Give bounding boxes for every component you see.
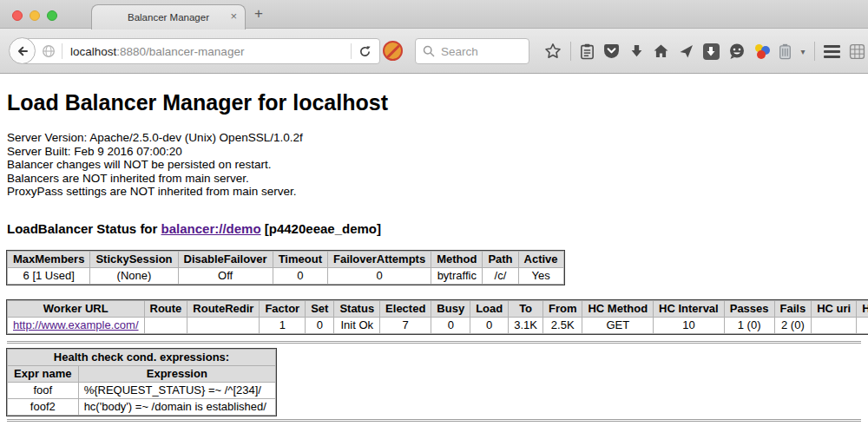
reload-icon [358,45,372,58]
url-bar[interactable]: localhost:8880/balancer-manager [22,38,380,64]
reading-list-icon[interactable] [580,43,595,60]
cell-hc-uri [812,317,857,333]
cell-expression: %{REQUEST_STATUS} =~ /^[234]/ [78,382,275,398]
tab-title: Balancer Manager [128,12,209,23]
col-expr-name: Expr name [8,365,79,382]
heading-suffix: [p4420eeae_demo] [265,221,381,236]
server-version-line: Server Version: Apache/2.5.0-dev (Unix) … [7,131,861,145]
messenger-icon[interactable] [728,43,746,60]
server-built-line: Server Built: Feb 9 2016 07:00:20 [7,145,861,159]
col-path: Path [483,251,518,267]
site-identity-globe-icon[interactable] [42,44,56,58]
col-fails: Fails [774,300,812,317]
new-tab-button[interactable]: + [254,5,263,23]
table-row: http://www.example.com/ 1 0 Init Ok 7 0 … [8,317,868,333]
search-placeholder: Search [441,45,478,58]
battery-extension-icon[interactable] [779,43,792,60]
plugin-blocked-icon[interactable] [383,41,403,61]
bookmark-star-icon[interactable] [544,43,562,60]
col-hc-uri: HC uri [812,300,857,317]
cell-hc-interval: 10 [654,317,725,333]
table-row: foof %{REQUEST_STATUS} =~ /^[234]/ [8,382,276,398]
menu-icon[interactable] [824,45,840,58]
proxypass-note-line: ProxyPass settings are NOT inherited fro… [7,185,861,199]
cell-busy: 0 [431,317,470,333]
cell-worker-url: http://www.example.com/ [8,317,145,333]
cell-stickysession: (None) [90,267,178,284]
window-controls [12,10,57,21]
colored-dots-extension-icon[interactable] [754,43,770,59]
url-bar-divider [351,43,352,59]
url-text[interactable]: localhost:8880/balancer-manager [70,45,344,58]
tab-grid-icon[interactable] [849,43,865,60]
download-arrow-icon[interactable] [629,43,644,59]
zoom-window-button[interactable] [47,10,57,21]
cell-fails: 2 (0) [774,317,812,333]
tab-close-icon[interactable]: × [230,10,237,23]
toolbar-icons: ▾ [544,29,865,74]
toolbar-divider [570,42,571,61]
col-busy: Busy [431,300,470,317]
worker-table: Worker URL Route RouteRedir Factor Set S… [7,300,868,334]
table-row: 6 [1 Used] (None) Off 0 0 bytraffic /c/ … [8,267,564,284]
health-table-caption: Health check cond. expressions: [8,349,276,365]
col-routeredir: RouteRedir [187,300,260,317]
balancer-config-table: MaxMembers StickySession DisableFailover… [7,251,564,285]
cell-to: 3.1K [509,317,543,333]
cell-passes: 1 (0) [724,317,774,333]
tab-balancer-manager[interactable]: Balancer Manager × [91,4,246,29]
col-maxmembers: MaxMembers [8,251,90,267]
back-button[interactable] [9,37,36,64]
send-icon[interactable] [678,43,694,59]
col-failoverattempts: FailoverAttempts [327,251,431,267]
red-dot [757,50,766,59]
col-hc-expr: HC Expr [857,300,868,317]
table-caption-row: Health check cond. expressions: [8,349,276,365]
page-title: Load Balancer Manager for localhost [7,90,861,115]
col-method: Method [431,251,483,267]
persist-note-line: Balancer changes will NOT be persisted o… [7,158,861,172]
search-input[interactable]: Search [415,38,529,64]
cell-from: 2.5K [542,317,582,333]
balancer-demo-link[interactable]: balancer://demo [161,221,261,236]
col-from: From [542,300,582,317]
table-header-row: Expr name Expression [8,365,276,382]
col-timeout: Timeout [273,251,327,267]
health-check-table: Health check cond. expressions: Expr nam… [7,349,276,416]
reload-button[interactable] [358,45,372,58]
col-set: Set [306,300,334,317]
cell-path: /c/ [483,267,518,284]
col-stickysession: StickySession [90,251,178,267]
url-path: :8880/balancer-manager [116,45,244,58]
home-icon[interactable] [653,43,669,59]
col-status: Status [334,300,380,317]
pocket-icon[interactable] [603,43,620,59]
col-expression: Expression [78,365,275,382]
col-worker-url: Worker URL [8,300,145,317]
table-header-row: MaxMembers StickySession DisableFailover… [8,251,564,267]
balancers-note-line: Balancers are NOT inherited from main se… [7,172,861,186]
col-factor: Factor [260,300,306,317]
col-route: Route [144,300,187,317]
table-header-row: Worker URL Route RouteRedir Factor Set S… [8,300,868,317]
divider [7,341,861,344]
close-window-button[interactable] [12,10,23,21]
search-icon [423,45,435,57]
navigation-toolbar: localhost:8880/balancer-manager Search [0,29,868,74]
download-manager-icon[interactable] [703,43,720,60]
minimize-window-button[interactable] [30,10,40,21]
cell-hc-expr: foof2 [857,317,868,333]
cell-maxmembers: 6 [1 Used] [8,267,90,284]
divider [7,419,861,422]
cell-routeredir [187,317,260,333]
cell-failoverattempts: 0 [327,267,431,284]
cell-expr-name: foof2 [8,398,79,415]
worker-url-link[interactable]: http://www.example.com/ [13,318,139,331]
overflow-caret-icon[interactable]: ▾ [801,47,806,56]
cell-expr-name: foof [8,382,79,398]
cell-status: Init Ok [334,317,380,333]
table-row: foof2 hc('body') =~ /domain is establish… [8,398,276,415]
col-load: Load [470,300,509,317]
browser-window: Balancer Manager × + localhost:8880/bala… [0,0,868,422]
cell-route [144,317,187,333]
